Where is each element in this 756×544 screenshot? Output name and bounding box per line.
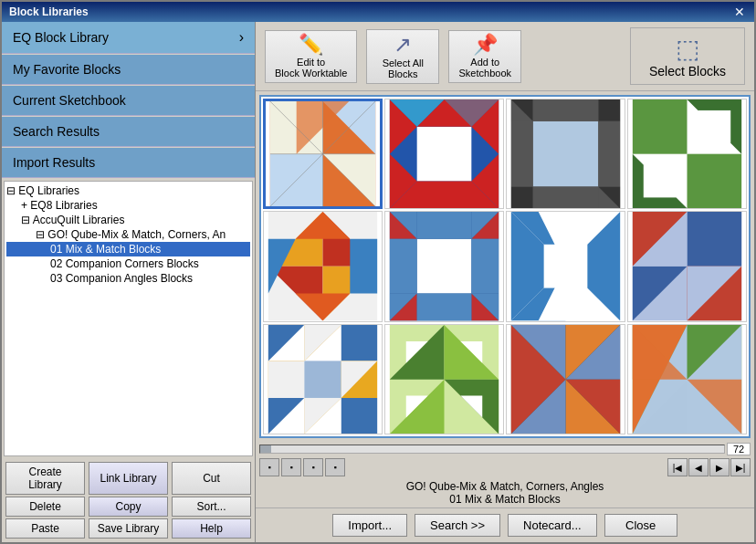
sidebar-item-label: Search Results <box>13 124 100 139</box>
svg-marker-34 <box>533 186 599 208</box>
select-all-blocks-button[interactable]: ↗ Select AllBlocks <box>366 29 439 84</box>
view-btn-2[interactable]: ▪ <box>281 458 301 476</box>
block-cell-4[interactable] <box>627 99 747 209</box>
tree-item-accuquilt-libraries[interactable]: ⊟ AccuQuilt Libraries <box>6 213 250 227</box>
tree-item-go-qube[interactable]: ⊟ GO! Qube-Mix & Match, Corners, An <box>6 227 250 242</box>
svg-marker-62 <box>390 239 417 294</box>
delete-button[interactable]: Delete <box>5 497 85 517</box>
svg-marker-90 <box>268 361 304 398</box>
cursor-icon: ↗ <box>394 34 412 56</box>
svg-marker-89 <box>341 398 377 434</box>
sidebar-item-eq-block-library[interactable]: EQ Block Library › <box>2 22 255 54</box>
svg-rect-25 <box>533 121 599 187</box>
block-cell-5[interactable] <box>263 211 383 321</box>
select-blocks-icon: ⬚ <box>676 34 699 64</box>
view-btn-1[interactable]: ▪ <box>259 458 279 476</box>
block-cell-7[interactable] <box>506 211 625 321</box>
main-content: EQ Block Library › My Favorite Blocks Cu… <box>2 22 754 542</box>
block-cell-10[interactable] <box>384 324 504 434</box>
block-cell-1[interactable] <box>263 99 383 209</box>
sidebar-item-current-sketchbook[interactable]: Current Sketchbook <box>2 86 255 116</box>
page-nav-buttons: |◀ ◀ ▶ ▶| <box>667 458 751 476</box>
sidebar-item-search-results[interactable]: Search Results <box>2 117 255 147</box>
paste-button[interactable]: Paste <box>5 518 85 539</box>
search-button[interactable]: Search >> <box>415 514 500 537</box>
block-cell-6[interactable] <box>384 211 504 321</box>
window-close-button[interactable]: ✕ <box>732 5 747 19</box>
notecard-button[interactable]: Notecard... <box>508 514 597 537</box>
svg-marker-28 <box>598 99 620 121</box>
sidebar-item-label: EQ Block Library <box>13 30 109 45</box>
titlebar: Block Libraries ✕ <box>2 2 754 22</box>
library-tree[interactable]: ⊟ EQ Libraries + EQ8 Libraries ⊟ AccuQui… <box>4 181 253 456</box>
toolbar: ✏️ Edit toBlock Worktable ↗ Select AllBl… <box>256 22 754 91</box>
page-last-button[interactable]: ▶| <box>730 458 751 476</box>
tree-item-companion-corners[interactable]: 02 Companion Corners Blocks <box>6 256 250 271</box>
chevron-right-icon: › <box>239 29 244 46</box>
pencil-icon: ✏️ <box>299 35 323 55</box>
sort-button[interactable]: Sort... <box>172 497 251 517</box>
add-icon: 📌 <box>473 35 498 55</box>
add-to-sketchbook-button[interactable]: 📌 Add toSketchbook <box>448 30 521 83</box>
page-prev-button[interactable]: ◀ <box>688 458 709 476</box>
left-panel: EQ Block Library › My Favorite Blocks Cu… <box>2 22 256 542</box>
svg-marker-31 <box>533 99 599 121</box>
block-cell-2[interactable] <box>384 99 504 209</box>
svg-marker-83 <box>341 325 377 361</box>
create-library-button[interactable]: Create Library <box>5 462 85 495</box>
link-library-button[interactable]: Link Library <box>89 462 168 495</box>
svg-marker-29 <box>511 186 533 208</box>
page-first-button[interactable]: |◀ <box>667 458 688 476</box>
svg-rect-72 <box>544 245 588 288</box>
svg-marker-61 <box>417 212 472 239</box>
scrollbar-area: 72 <box>259 442 751 456</box>
svg-rect-41 <box>644 165 677 198</box>
svg-marker-33 <box>598 121 620 187</box>
block-cell-11[interactable] <box>506 324 625 434</box>
svg-marker-64 <box>417 294 472 321</box>
cut-button[interactable]: Cut <box>172 462 251 495</box>
block-info-line2: 01 Mix & Match Blocks <box>257 493 752 506</box>
svg-rect-85 <box>304 361 341 398</box>
import-button[interactable]: Import... <box>332 514 407 537</box>
edit-to-block-worktable-button[interactable]: ✏️ Edit toBlock Worktable <box>265 30 357 83</box>
sidebar-item-import-results[interactable]: Import Results <box>2 148 255 178</box>
block-cell-12[interactable] <box>627 324 747 434</box>
tree-item-companion-angles[interactable]: 03 Companion Angles Blocks <box>6 271 250 286</box>
left-button-panel: Create Library Link Library Cut Delete C… <box>2 458 255 542</box>
block-cell-9[interactable] <box>263 324 383 434</box>
svg-rect-37 <box>688 154 742 209</box>
svg-rect-15 <box>417 127 472 182</box>
svg-rect-52 <box>417 239 472 294</box>
svg-marker-63 <box>471 239 499 294</box>
save-library-button[interactable]: Save Library <box>89 518 168 539</box>
block-cell-3[interactable] <box>506 99 625 209</box>
tree-item-mix-match-blocks[interactable]: 01 Mix & Match Blocks <box>6 242 250 256</box>
page-number: 72 <box>727 443 751 455</box>
svg-marker-50 <box>350 239 377 294</box>
view-btn-4[interactable]: ▪ <box>325 458 345 476</box>
sidebar-item-label: Current Sketchbook <box>13 93 126 108</box>
block-info-line1: GO! Qube-Mix & Match, Corners, Angles <box>257 480 752 493</box>
block-cell-8[interactable] <box>627 211 747 321</box>
scroll-track[interactable] <box>259 445 725 454</box>
view-btn-3[interactable]: ▪ <box>303 458 323 476</box>
svg-rect-36 <box>633 99 688 154</box>
block-info: GO! Qube-Mix & Match, Corners, Angles 01… <box>256 478 754 507</box>
window-title: Block Libraries <box>9 5 89 18</box>
block-grid[interactable] <box>259 95 751 438</box>
sidebar-item-label: Import Results <box>13 155 95 170</box>
tree-item-eq-libraries[interactable]: ⊟ EQ Libraries <box>6 183 250 198</box>
select-blocks-panel: ⬚ Select Blocks <box>630 27 745 85</box>
svg-marker-32 <box>511 121 533 187</box>
page-next-button[interactable]: ▶ <box>709 458 730 476</box>
sidebar-item-label: My Favorite Blocks <box>13 62 121 77</box>
view-controls: ▪ ▪ ▪ ▪ |◀ ◀ ▶ ▶| <box>256 456 754 478</box>
help-button[interactable]: Help <box>172 518 251 539</box>
sidebar-item-my-favorite-blocks[interactable]: My Favorite Blocks <box>2 55 255 85</box>
tree-item-eq8-libraries[interactable]: + EQ8 Libraries <box>6 198 250 213</box>
copy-button[interactable]: Copy <box>89 497 168 517</box>
close-button[interactable]: Close <box>604 514 677 537</box>
select-blocks-label: Select Blocks <box>649 64 726 78</box>
svg-rect-40 <box>698 110 730 143</box>
